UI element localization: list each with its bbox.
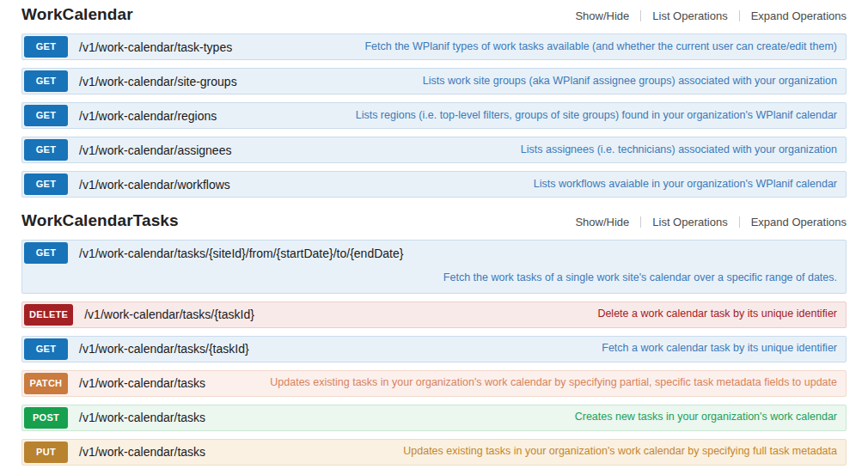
operation-path[interactable]: /v1/work-calendar/tasks [79,445,205,459]
operations-list: GET /v1/work-calendar/task-types Fetch t… [21,34,847,198]
method-badge[interactable]: GET [24,70,68,92]
operation-path[interactable]: /v1/work-calendar/tasks [79,376,205,390]
api-section: WorkCalendar Show/Hide List Operations E… [21,5,847,198]
operation-description: Lists work site groups (aka WPlanif assi… [237,75,844,88]
operation-heading: GET /v1/work-calendar/workflows Lists wo… [24,174,844,195]
operation-heading: GET /v1/work-calendar/assignees Lists as… [24,139,844,161]
operation-heading: PATCH /v1/work-calendar/tasks Updates ex… [24,373,844,394]
separator [640,10,641,21]
method-badge[interactable]: GET [24,338,68,360]
operation-row[interactable]: GET /v1/work-calendar/tasks/{taskId} Fet… [21,336,847,362]
operation-description: Lists workflows avaiable in your organiz… [230,178,844,192]
section-title[interactable]: WorkCalendarTasks [21,211,179,230]
separator [640,216,641,228]
operation-row[interactable]: PUT /v1/work-calendar/tasks Updates exis… [21,439,847,466]
operation-description: Updates existing tasks in your organizat… [205,376,844,390]
method-badge[interactable]: GET [24,36,68,58]
expand-operations-link[interactable]: Expand Operations [751,216,847,228]
operation-heading: POST /v1/work-calendar/tasks Creates new… [24,407,844,429]
operation-description: Lists regions (i.e. top-level filters, g… [217,109,844,123]
swagger-api-list: WorkCalendar Show/Hide List Operations E… [21,5,847,466]
section-controls: Show/Hide List Operations Expand Operati… [575,9,847,22]
list-operations-link[interactable]: List Operations [652,9,727,22]
method-badge[interactable]: DELETE [24,304,73,326]
expand-operations-link[interactable]: Expand Operations [751,9,847,22]
section-header: WorkCalendar Show/Hide List Operations E… [21,5,847,24]
method-badge[interactable]: GET [24,139,68,161]
method-badge[interactable]: GET [24,105,68,126]
operation-heading: PUT /v1/work-calendar/tasks Updates exis… [24,442,844,463]
section-title[interactable]: WorkCalendar [21,5,133,24]
section-controls: Show/Hide List Operations Expand Operati… [575,216,847,228]
separator [739,10,740,21]
operation-row[interactable]: DELETE /v1/work-calendar/tasks/{taskId} … [21,302,847,328]
operation-path[interactable]: /v1/work-calendar/tasks/{taskId} [84,308,254,321]
show-hide-link[interactable]: Show/Hide [575,9,629,22]
operation-path[interactable]: /v1/work-calendar/workflows [79,178,230,192]
operation-row[interactable]: GET /v1/work-calendar/site-groups Lists … [21,68,847,94]
operation-path[interactable]: /v1/work-calendar/task-types [79,40,232,54]
section-header: WorkCalendarTasks Show/Hide List Operati… [21,211,847,230]
operation-description: Fetch the work tasks of a single work si… [443,271,837,283]
operation-description: Fetch the WPlanif types of work tasks av… [232,40,844,54]
operation-path[interactable]: /v1/work-calendar/tasks/{taskId} [79,342,249,356]
method-badge[interactable]: PUT [24,442,68,463]
operation-row[interactable]: POST /v1/work-calendar/tasks Creates new… [21,405,847,431]
operation-heading: DELETE /v1/work-calendar/tasks/{taskId} … [24,304,844,326]
api-section: WorkCalendarTasks Show/Hide List Operati… [21,211,847,466]
operation-row[interactable]: GET /v1/work-calendar/tasks/{siteId}/fro… [21,240,847,294]
operation-description: Fetch a work calendar task by its unique… [249,342,844,356]
operation-row[interactable]: GET /v1/work-calendar/workflows Lists wo… [21,171,847,198]
operation-path[interactable]: /v1/work-calendar/tasks [79,411,205,424]
operation-heading: GET /v1/work-calendar/task-types Fetch t… [24,36,844,58]
operation-row[interactable]: GET /v1/work-calendar/task-types Fetch t… [21,34,847,60]
method-badge[interactable]: GET [24,174,68,195]
list-operations-link[interactable]: List Operations [652,216,727,228]
operation-description: Delete a work calendar task by its uniqu… [254,308,844,321]
method-badge[interactable]: GET [24,242,68,264]
operation-path[interactable]: /v1/work-calendar/assignees [79,143,231,157]
operation-description: Creates new tasks in your organization's… [205,411,844,424]
operation-row[interactable]: PATCH /v1/work-calendar/tasks Updates ex… [21,370,847,397]
operation-heading: GET /v1/work-calendar/tasks/{siteId}/fro… [24,242,844,264]
operation-heading: GET /v1/work-calendar/site-groups Lists … [24,70,844,92]
method-badge[interactable]: PATCH [24,373,68,394]
operation-description-line: Fetch the work tasks of a single work si… [24,264,844,291]
operation-description: Lists assignees (i.e. technicians) assoc… [231,143,844,157]
operation-path[interactable]: /v1/work-calendar/site-groups [79,75,237,88]
operation-path[interactable]: /v1/work-calendar/tasks/{siteId}/from/{s… [79,247,403,260]
operation-heading: GET /v1/work-calendar/tasks/{taskId} Fet… [24,338,844,360]
method-badge[interactable]: POST [24,407,68,429]
operation-row[interactable]: GET /v1/work-calendar/regions Lists regi… [21,102,847,129]
show-hide-link[interactable]: Show/Hide [575,216,629,228]
separator [739,216,740,228]
operation-path[interactable]: /v1/work-calendar/regions [79,109,217,123]
operation-heading: GET /v1/work-calendar/regions Lists regi… [24,105,844,126]
operations-list: GET /v1/work-calendar/tasks/{siteId}/fro… [21,240,847,466]
operation-row[interactable]: GET /v1/work-calendar/assignees Lists as… [21,137,847,163]
operation-description: Updates existing tasks in your organizat… [205,445,844,459]
